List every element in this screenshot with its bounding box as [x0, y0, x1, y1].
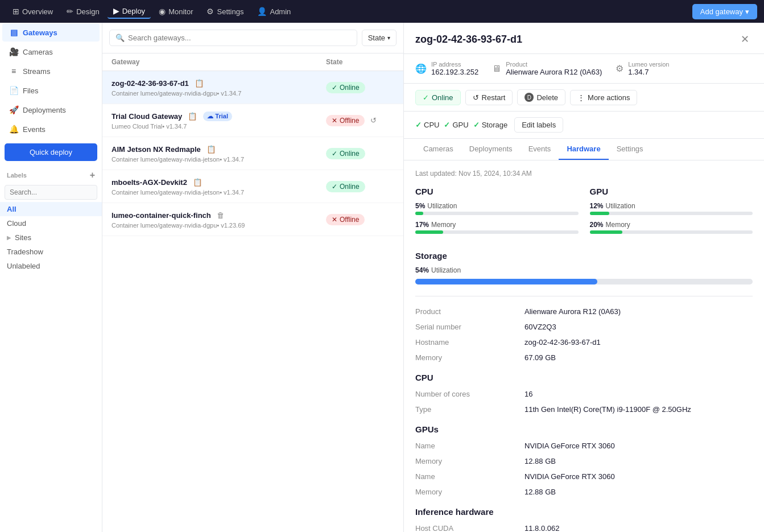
monitor-icon: ◉ — [159, 7, 166, 16]
restart-button[interactable]: ↺ Restart — [465, 90, 513, 105]
label-item-unlabeled[interactable]: Unlabeled — [0, 259, 102, 273]
sidebar-item-deployments[interactable]: 🚀 Deployments — [2, 101, 100, 119]
x-icon: ✕ — [332, 117, 337, 125]
label-item-cloud[interactable]: Cloud — [0, 216, 102, 230]
gateway-name: zog-02-42-36-93-67-d1 📋 — [111, 78, 326, 89]
memory-value: 67.09 GB — [525, 352, 753, 364]
x-icon: ✕ — [332, 216, 337, 224]
more-icon: ⋮ — [577, 93, 585, 102]
gateway-row[interactable]: Trial Cloud Gateway 📋 ☁ Trial Lumeo Clou… — [102, 104, 403, 137]
gateway-state: ✕ Offline ↺ — [326, 115, 394, 126]
cpu-info-grid: Number of cores 16 Type 11th Gen Intel(R… — [415, 388, 753, 415]
detail-panel: zog-02-42-36-93-67-d1 ✕ 🌐 IP address 162… — [404, 23, 764, 532]
check-icon: ✓ — [473, 121, 480, 129]
quick-deploy-button[interactable]: Quick deploy — [5, 143, 97, 161]
tab-hardware[interactable]: Hardware — [559, 139, 608, 160]
meta-product: 🖥 Product Alienware Aurora R12 (0A63) — [492, 61, 602, 76]
gateway-state: ✓ Online — [326, 148, 394, 159]
cpu-utilization-fill — [415, 212, 423, 215]
tab-deployments[interactable]: Deployments — [461, 139, 521, 160]
nav-deploy[interactable]: ▶ Deploy — [108, 4, 151, 19]
nav-design[interactable]: ✏ Design — [61, 5, 105, 18]
sidebar-item-streams[interactable]: ≡ Streams — [2, 62, 100, 80]
labels-section-header: Labels + — [0, 166, 102, 183]
check-icon: ✓ — [332, 84, 337, 92]
search-input[interactable] — [128, 34, 351, 42]
gateway-info: mboelts-AGX-Devkit2 📋 Container lumeo/ga… — [111, 177, 326, 196]
gpu-memory-bar — [590, 230, 753, 234]
nav-overview[interactable]: ⊞ Overview — [7, 5, 59, 18]
check-icon: ✓ — [415, 121, 422, 129]
gpus-section-title: GPUs — [415, 424, 753, 434]
gateway-row[interactable]: zog-02-42-36-93-67-d1 📋 Container lumeo/… — [102, 71, 403, 104]
add-label-icon[interactable]: + — [90, 170, 95, 180]
label-search[interactable] — [5, 185, 97, 200]
globe-icon: 🌐 — [415, 63, 427, 74]
tab-settings[interactable]: Settings — [609, 139, 651, 160]
gateway-state: ✓ Online — [326, 82, 394, 93]
cameras-icon: 🎥 — [9, 47, 18, 56]
specs-grid: Product Alienware Aurora R12 (0A63) Seri… — [415, 306, 753, 364]
gpu-title: GPU — [590, 187, 753, 196]
gateway-state: ✕ Offline — [326, 214, 394, 225]
copy-icon[interactable]: 📋 — [192, 78, 207, 89]
cores-value: 16 — [525, 388, 753, 400]
detail-actions: ✓ Online ↺ Restart D Delete ⋮ More actio… — [404, 84, 764, 112]
status-chips: ✓ CPU ✓ GPU ✓ Storage Edit labels — [404, 112, 764, 139]
gateway-row[interactable]: lumeo-container-quick-finch 🗑 Container … — [102, 203, 403, 236]
cpu-status-chip: ✓ CPU — [415, 121, 439, 129]
delete-icon: D — [525, 93, 534, 102]
status-badge: ✓ Online — [326, 148, 365, 159]
close-button[interactable]: ✕ — [737, 32, 753, 47]
nav-admin[interactable]: 👤 Admin — [251, 5, 296, 18]
deploy-icon: ▶ — [113, 6, 119, 15]
gateway-name: AIM Jetson NX Redmaple 📋 — [111, 144, 326, 155]
trial-badge: ☁ Trial — [203, 112, 232, 121]
state-filter[interactable]: State ▾ — [362, 30, 397, 46]
gateway-row[interactable]: mboelts-AGX-Devkit2 📋 Container lumeo/ga… — [102, 170, 403, 203]
tab-events[interactable]: Events — [521, 139, 559, 160]
sidebar-item-events[interactable]: 🔔 Events — [2, 120, 100, 138]
label-item-sites[interactable]: ▶ Sites — [0, 230, 102, 245]
copy-icon[interactable]: 📋 — [204, 144, 218, 155]
copy-icon[interactable]: 🗑 — [214, 210, 226, 221]
sidebar-item-files[interactable]: 📄 Files — [2, 81, 100, 100]
search-box[interactable]: 🔍 — [109, 30, 357, 46]
online-status-button[interactable]: ✓ Online — [415, 90, 461, 105]
overview-icon: ⊞ — [13, 7, 19, 16]
sidebar-item-gateways[interactable]: ▤ Gateways — [2, 23, 100, 42]
copy-icon[interactable]: 📋 — [191, 177, 205, 188]
detail-header: zog-02-42-36-93-67-d1 ✕ — [404, 23, 764, 54]
sidebar-item-cameras[interactable]: 🎥 Cameras — [2, 43, 100, 61]
nav-monitor[interactable]: ◉ Monitor — [153, 5, 199, 18]
serial-value: 60VZ2Q3 — [525, 321, 753, 333]
add-gateway-button[interactable]: Add gateway ▾ — [692, 4, 757, 19]
streams-icon: ≡ — [9, 67, 18, 76]
more-actions-button[interactable]: ⋮ More actions — [570, 90, 637, 105]
meta-ip: 🌐 IP address 162.192.3.252 — [415, 61, 478, 76]
cpu-type-label: Type — [415, 403, 518, 415]
edit-labels-button[interactable]: Edit labels — [514, 117, 563, 133]
tab-cameras[interactable]: Cameras — [415, 139, 461, 160]
main-layout: ▤ Gateways 🎥 Cameras ≡ Streams 📄 Files 🚀… — [0, 23, 764, 532]
label-search-input[interactable] — [5, 185, 97, 200]
status-badge: ✕ Offline — [326, 115, 365, 126]
hw-grid: CPU 5% Utilization 17 — [415, 187, 753, 240]
inference-info-grid: Host CUDA 11.8.0.062 — [415, 522, 753, 532]
cpu-memory-bar — [415, 230, 579, 234]
product-icon: 🖥 — [492, 64, 501, 74]
delete-button[interactable]: D Delete — [517, 89, 565, 105]
nav-settings[interactable]: ⚙ Settings — [201, 5, 249, 18]
gateway-row[interactable]: AIM Jetson NX Redmaple 📋 Container lumeo… — [102, 137, 403, 170]
gpu2-mem-label: Memory — [415, 486, 518, 498]
table-header: Gateway State — [102, 53, 403, 71]
label-item-all[interactable]: All — [0, 202, 102, 216]
label-item-tradeshow[interactable]: Tradeshow — [0, 245, 102, 259]
action-icon[interactable]: ↺ — [368, 115, 379, 126]
gateway-state: ✓ Online — [326, 181, 394, 192]
check-icon: ✓ — [332, 183, 337, 191]
copy-icon[interactable]: 📋 — [185, 111, 200, 122]
storage-bar — [415, 279, 753, 284]
gateway-info: zog-02-42-36-93-67-d1 📋 Container lumeo/… — [111, 78, 326, 97]
status-badge: ✓ Online — [326, 181, 365, 192]
